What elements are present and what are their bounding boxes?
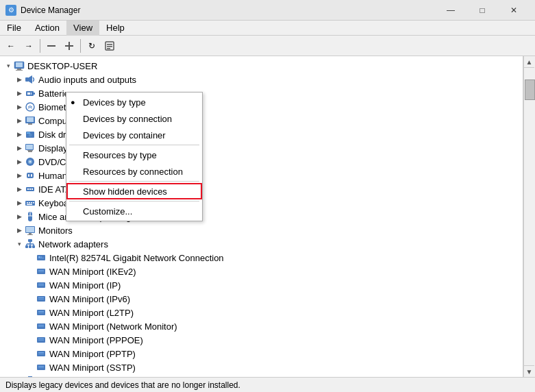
svg-rect-35: [31, 174, 32, 177]
svg-rect-55: [32, 245, 35, 248]
menu-action[interactable]: Action: [28, 21, 66, 36]
menu-item-resources-by-type[interactable]: Resources by type: [66, 147, 202, 163]
tree-child-wan-pptp-label: WAN Miniport (PPTP): [49, 349, 136, 359]
svg-rect-62: [38, 256, 40, 258]
menu-item-devices-by-container[interactable]: Devices by container: [66, 127, 202, 143]
svg-rect-9: [17, 69, 21, 70]
svg-marker-12: [29, 75, 32, 84]
svg-rect-21: [28, 123, 32, 125]
menu-separator-1: [69, 145, 199, 145]
tree-child-wan-l2tp[interactable]: WAN Miniport (L2TP): [36, 306, 523, 319]
wan-ipv6-icon: [36, 293, 47, 304]
tree-network-children: Intel(R) 82574L Gigabit Network Connecti…: [0, 251, 523, 374]
toolbar-forward-button[interactable]: →: [21, 38, 37, 54]
svg-rect-79: [38, 326, 44, 327]
audio-icon: [25, 74, 36, 85]
svg-rect-82: [38, 340, 44, 341]
biometric-arrow: ▶: [14, 101, 25, 112]
toolbar-expand-button[interactable]: [61, 38, 77, 54]
svg-rect-52: [28, 239, 32, 242]
toolbar-back-button[interactable]: ←: [3, 38, 19, 54]
keyboards-icon: [25, 197, 36, 208]
svg-rect-90: [28, 376, 32, 377]
minimize-button[interactable]: —: [435, 0, 466, 21]
tree-item-audio[interactable]: ▶ Audio inputs and outputs: [0, 73, 523, 86]
hid-arrow: ▶: [14, 170, 25, 181]
tree-child-wan-pppoe-label: WAN Miniport (PPPOE): [49, 335, 143, 345]
status-bar: Displays legacy devices and devices that…: [0, 377, 535, 392]
tree-root[interactable]: ▾ DESKTOP-USER: [0, 59, 523, 73]
svg-rect-39: [32, 188, 33, 190]
tree-item-monitors-label: Monitors: [38, 225, 73, 236]
tree-child-wan-pptp[interactable]: WAN Miniport (PPTP): [36, 347, 523, 360]
disk-icon: [25, 129, 36, 140]
close-button[interactable]: ✕: [498, 0, 530, 21]
tree-item-audio-label: Audio inputs and outputs: [38, 75, 136, 85]
toolbar-collapse-button[interactable]: [43, 38, 60, 54]
svg-rect-17: [29, 93, 30, 95]
scrollbar-up-button[interactable]: ▲: [524, 56, 534, 68]
tree-child-wan-netmon[interactable]: WAN Miniport (Network Monitor): [36, 319, 523, 333]
menu-item-devices-by-connection[interactable]: Devices by connection: [66, 110, 202, 127]
tree-child-wan-sstp-label: WAN Miniport (SSTP): [49, 363, 136, 373]
svg-rect-85: [38, 354, 44, 354]
status-text: Displays legacy devices and devices that…: [5, 380, 240, 390]
svg-rect-27: [26, 145, 33, 149]
svg-rect-14: [34, 93, 35, 95]
display-icon: [25, 143, 36, 154]
svg-rect-73: [38, 299, 44, 299]
toolbar: ← → ↻: [0, 36, 535, 56]
tree-item-print[interactable]: ▶ Print queues: [0, 374, 523, 377]
svg-rect-20: [27, 117, 34, 122]
svg-rect-49: [26, 227, 34, 232]
menu-item-customize[interactable]: Customize...: [66, 203, 202, 219]
svg-rect-4: [107, 44, 112, 45]
svg-rect-51: [27, 234, 33, 235]
svg-rect-0: [47, 45, 55, 47]
tree-child-wan-sstp[interactable]: WAN Miniport (SSTP): [36, 360, 523, 374]
toolbar-properties-button[interactable]: [101, 38, 118, 54]
scrollbar-thumb[interactable]: [525, 79, 535, 100]
wan-pppoe-icon: [36, 334, 47, 345]
tree-child-wan-pppoe[interactable]: WAN Miniport (PPPOE): [36, 333, 523, 347]
svg-rect-15: [27, 93, 29, 95]
tree-item-monitors[interactable]: ▶ Monitors: [0, 223, 523, 237]
svg-rect-72: [38, 297, 44, 298]
network-arrow: ▾: [14, 238, 25, 249]
maximize-button[interactable]: □: [466, 0, 498, 21]
monitors-icon: [25, 225, 36, 236]
svg-rect-16: [31, 93, 32, 95]
svg-rect-54: [29, 245, 32, 248]
tree-child-intel[interactable]: Intel(R) 82574L Gigabit Network Connecti…: [36, 251, 523, 265]
menu-item-devices-by-type[interactable]: ● Devices by type: [66, 94, 202, 110]
svg-rect-11: [25, 77, 29, 82]
menu-bar: File Action View Help: [0, 21, 535, 36]
svg-rect-42: [29, 202, 30, 204]
tree-child-wan-ikev2[interactable]: WAN Miniport (IKEv2): [36, 265, 523, 278]
mice-arrow: ▶: [14, 211, 25, 222]
menu-view[interactable]: View: [66, 21, 99, 36]
menu-item-resources-by-connection[interactable]: Resources by connection: [66, 163, 202, 180]
disk-arrow: ▶: [14, 129, 25, 140]
ide-arrow: ▶: [14, 184, 25, 195]
scrollbar-down-button[interactable]: ▼: [524, 365, 534, 377]
batteries-icon: [25, 88, 36, 99]
app-icon: ⚙: [5, 5, 16, 16]
check-mark-devices-by-type: ●: [71, 98, 75, 106]
menu-help[interactable]: Help: [99, 21, 132, 36]
tree-child-wan-ip[interactable]: WAN Miniport (IP): [36, 278, 523, 292]
svg-rect-70: [38, 285, 44, 286]
menu-separator-2: [69, 181, 199, 182]
menu-file[interactable]: File: [0, 21, 28, 36]
svg-rect-5: [107, 46, 112, 47]
menu-item-show-hidden[interactable]: Show hidden devices: [66, 183, 202, 199]
mice-icon: [25, 211, 36, 222]
window-title: Device Manager: [21, 5, 435, 15]
tree-child-wan-ipv6[interactable]: WAN Miniport (IPv6): [36, 292, 523, 306]
toolbar-refresh-button[interactable]: ↻: [84, 38, 100, 54]
tree-child-wan-ikev2-label: WAN Miniport (IKEv2): [49, 267, 136, 277]
tree-child-intel-label: Intel(R) 82574L Gigabit Network Connecti…: [49, 253, 224, 263]
svg-rect-43: [31, 202, 32, 204]
vertical-scrollbar[interactable]: ▲ ▼: [523, 56, 535, 377]
tree-item-network[interactable]: ▾ Network adapters: [0, 237, 523, 251]
